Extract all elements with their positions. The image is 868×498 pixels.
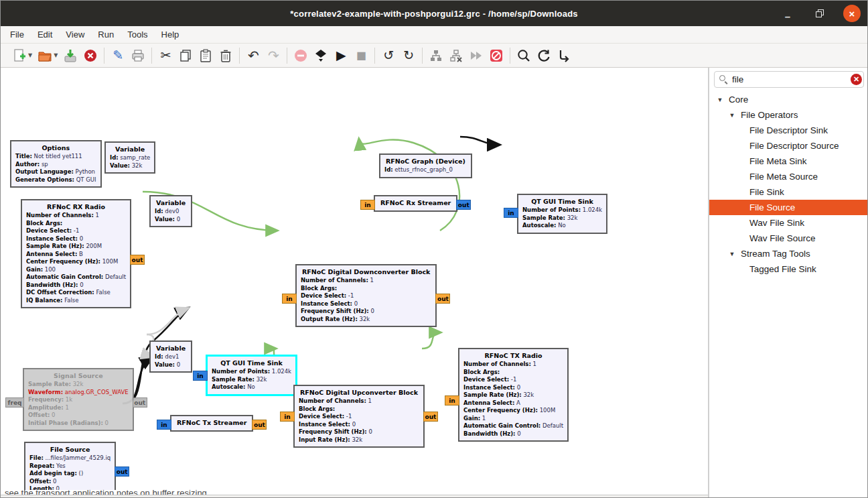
- connection-rfnoc_rx_streamer.out-to-qt_gui_time_sink_0.in[interactable]: [460, 137, 499, 145]
- tree-item-label: File Descriptor Source: [749, 141, 839, 151]
- goto-button[interactable]: [557, 48, 571, 64]
- tree-item-file-descriptor-source[interactable]: File Descriptor Source: [709, 138, 868, 153]
- print-button[interactable]: [131, 48, 145, 64]
- tree-item-file-sink[interactable]: File Sink: [709, 184, 868, 200]
- tree-item-file-meta-sink[interactable]: File Meta Sink: [709, 153, 868, 169]
- tree-item-wav-file-source[interactable]: Wav File Source: [709, 231, 868, 246]
- restore-icon: [816, 9, 824, 17]
- find-block-button[interactable]: [516, 48, 531, 64]
- block-rfnoc_duc[interactable]: RFNoC Digital Upconverter BlockNumber of…: [293, 385, 425, 448]
- port-signal_source-freq[interactable]: freq: [5, 397, 24, 408]
- expander-icon[interactable]: ▼: [728, 251, 736, 257]
- port-rfnoc_tx_streamer-out[interactable]: out: [252, 420, 267, 430]
- errors-button[interactable]: [293, 48, 308, 64]
- tree-item-file-operators[interactable]: ▼File Operators: [709, 107, 868, 123]
- menu-run[interactable]: Run: [91, 27, 121, 42]
- redo-button[interactable]: ↷: [266, 48, 281, 64]
- tree-item-file-descriptor-sink[interactable]: File Descriptor Sink: [709, 123, 868, 138]
- expander-icon[interactable]: ▼: [716, 97, 724, 103]
- connection-rfnoc_duc.out-to-rfnoc_tx_radio.in[interactable]: [422, 332, 440, 349]
- menu-view[interactable]: View: [59, 27, 91, 42]
- port-file_source-out[interactable]: out: [115, 466, 129, 477]
- fast-forward-button[interactable]: [469, 48, 484, 64]
- block-rfnoc_rx_streamer[interactable]: RFNoC Rx Streamerinout: [374, 195, 457, 212]
- block-param: Waveform: analog.GR_COS_WAVE: [28, 389, 129, 397]
- close-button[interactable]: ×: [843, 5, 861, 22]
- tree-item-label: Core: [729, 95, 748, 105]
- menu-tools[interactable]: Tools: [121, 27, 154, 42]
- canvas-scrollbar[interactable]: [1, 495, 708, 498]
- block-title: File Source: [29, 445, 111, 454]
- tree-item-tagged-file-sink[interactable]: Tagged File Sink: [709, 261, 868, 277]
- port-rfnoc_tx_streamer-in[interactable]: in: [157, 420, 171, 430]
- block-param: Title: Not titled yet111: [15, 153, 96, 161]
- menu-file[interactable]: File: [3, 27, 31, 42]
- block-variable_dev0[interactable]: VariableId: dev0Value: 0: [149, 195, 192, 227]
- block-variable_dev1[interactable]: VariableId: dev1Value: 0: [149, 340, 192, 373]
- rotate-cw-button[interactable]: ↻: [401, 48, 416, 64]
- copy-button[interactable]: [178, 48, 193, 64]
- menu-help[interactable]: Help: [155, 27, 186, 42]
- cut-button[interactable]: ✂: [158, 48, 173, 64]
- port-rfnoc_duc-out[interactable]: out: [423, 412, 438, 422]
- delete-button[interactable]: [218, 48, 233, 64]
- block-param: Antenna Select: A: [463, 399, 563, 408]
- block-param: Frequency Shift (Hz): 0: [301, 308, 431, 316]
- port-rfnoc_duc-in[interactable]: in: [280, 412, 295, 422]
- undo-button[interactable]: ↶: [246, 48, 261, 64]
- execute-button[interactable]: ▶: [334, 48, 348, 64]
- block-qt_gui_time_sink_0[interactable]: QT GUI Time SinkNumber of Points: 1.024k…: [517, 194, 607, 234]
- tree-item-core[interactable]: ▼Core: [709, 92, 868, 107]
- paste-button[interactable]: [198, 48, 213, 64]
- open-flowgraph-button[interactable]: ▼: [38, 48, 58, 64]
- tree-item-file-source[interactable]: File Source: [709, 200, 868, 215]
- block-options[interactable]: OptionsTitle: Not titled yet111Author: s…: [10, 140, 102, 188]
- hier-block-button[interactable]: [429, 48, 443, 64]
- tree-item-wav-file-sink[interactable]: Wav File Sink: [709, 215, 868, 231]
- tree-item-stream-tag-tools[interactable]: ▼Stream Tag Tools: [709, 246, 868, 261]
- port-rfnoc_tx_radio-in[interactable]: in: [445, 395, 459, 406]
- port-rfnoc_rx_radio-out[interactable]: out: [130, 255, 145, 265]
- block-rfnoc_tx_radio[interactable]: RFNoC TX RadioNumber of Channels: 1Block…: [458, 348, 569, 442]
- close-flowgraph-button[interactable]: [83, 48, 98, 64]
- block-param: Amplitude: 1: [28, 404, 129, 412]
- block-variable_samp_rate[interactable]: VariableId: samp_rateValue: 32k: [104, 141, 155, 174]
- block-file_source[interactable]: File SourceFile: ...files/Jammer_4529.iq…: [24, 442, 116, 490]
- port-rfnoc_rx_streamer-out[interactable]: out: [456, 200, 471, 210]
- cancel-button[interactable]: [489, 48, 504, 64]
- expander-icon[interactable]: ▼: [728, 112, 736, 119]
- save-flowgraph-button[interactable]: [63, 48, 78, 64]
- flowgraph-canvas[interactable]: OptionsTitle: Not titled yet111Author: s…: [1, 68, 708, 490]
- rotate-ccw-button[interactable]: ↺: [381, 48, 396, 64]
- block-signal_source[interactable]: Signal SourceSample Rate: 32kWaveform: a…: [23, 368, 134, 431]
- new-flowgraph-button[interactable]: ▼: [12, 48, 32, 64]
- generate-button[interactable]: [313, 48, 328, 64]
- restore-button[interactable]: [811, 5, 828, 22]
- port-rfnoc_ddc-in[interactable]: in: [282, 294, 297, 304]
- port-rfnoc_rx_streamer-in[interactable]: in: [360, 200, 375, 210]
- port-qt_gui_time_sink_0-in[interactable]: in: [504, 208, 518, 218]
- reload-blocks-button[interactable]: [536, 48, 551, 64]
- tree-item-file-meta-source[interactable]: File Meta Source: [709, 169, 868, 184]
- minimize-button[interactable]: –: [779, 5, 796, 22]
- port-qt_gui_time_sink_1-in[interactable]: in: [193, 371, 208, 381]
- kill-button[interactable]: ■: [354, 48, 368, 64]
- port-signal_source-out[interactable]: out: [133, 397, 147, 408]
- connection-signal_source.out-to-qt_gui_time_sink_1.in[interactable]: [147, 308, 188, 334]
- block-qt_gui_time_sink_1[interactable]: QT GUI Time SinkNumber of Points: 1.024k…: [206, 355, 297, 396]
- menu-edit[interactable]: Edit: [31, 27, 59, 42]
- port-rfnoc_ddc-out[interactable]: out: [435, 294, 450, 304]
- block-param: Instance Select: 0: [463, 384, 563, 392]
- block-param: Value: 32k: [110, 162, 150, 170]
- search-input[interactable]: [732, 74, 851, 84]
- block-rfnoc_ddc[interactable]: RFNoC Digital Downconverter BlockNumber …: [295, 264, 437, 327]
- block-rfnoc_rx_radio[interactable]: RFNoC RX RadioNumber of Channels: 1Block…: [21, 199, 131, 308]
- flowgraph-properties-button[interactable]: ✎: [111, 48, 125, 64]
- block-rfnoc_graph[interactable]: RFNoC Graph (Device)Id: ettus_rfnoc_grap…: [379, 153, 472, 178]
- block-search-box: ✕: [714, 71, 864, 88]
- title-bar[interactable]: *correlatev2-example-with-poshporgui12.g…: [1, 1, 867, 26]
- block-param: Block Args:: [301, 285, 431, 293]
- block-rfnoc_tx_streamer[interactable]: RFNoC Tx Streamerinout: [170, 415, 253, 432]
- clear-search-icon[interactable]: ✕: [851, 74, 862, 85]
- remove-hier-button[interactable]: [449, 48, 463, 64]
